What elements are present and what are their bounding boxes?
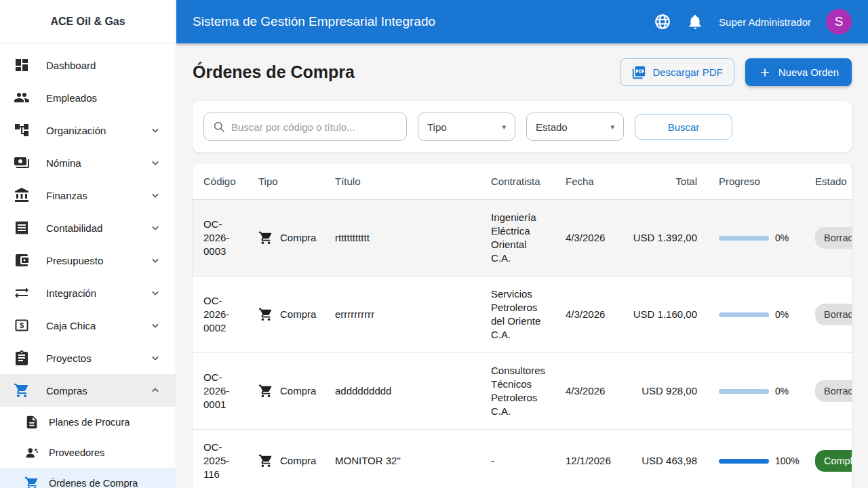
orders-table-card: Código Tipo Título Contratista Fecha Tot… <box>193 163 852 488</box>
progress-track <box>719 312 769 317</box>
clipboard-icon <box>14 350 30 366</box>
order-contractor: Consultores Técnicos Petroleros C.A. <box>480 353 555 430</box>
chevron-down-icon <box>149 253 162 267</box>
progress-track <box>719 389 769 394</box>
progress-label: 0% <box>775 231 789 245</box>
main-area: Sistema de Gestión Empresarial Integrado… <box>176 0 868 488</box>
sidebar-item-contabilidad[interactable]: Contabilidad <box>0 211 176 244</box>
page-actions: Descargar PDF Nueva Orden <box>620 58 852 86</box>
dashboard-icon <box>14 57 30 73</box>
order-code: OC-2025-116 <box>193 430 248 488</box>
col-progreso: Progreso <box>708 163 804 200</box>
page-title: Órdenes de Compra <box>193 62 355 82</box>
document-icon <box>24 415 39 430</box>
order-contractor: Servicios Petroleros del Oriente C.A. <box>480 277 555 353</box>
sidebar-item-label: Empleados <box>46 92 97 104</box>
order-title: addddddddd <box>324 353 480 430</box>
order-type: Compra <box>280 384 316 398</box>
table-row[interactable]: OC-2025-116 Compra MONITOR 32" - 12/1/20… <box>193 430 852 488</box>
order-total: USD 1.392,00 <box>617 200 708 277</box>
notifications-bell-button[interactable] <box>686 13 704 30</box>
sidebar-item-caja-chica[interactable]: $ Caja Chica <box>0 309 176 342</box>
col-fecha: Fecha <box>555 163 617 200</box>
type-select-value: Tipo <box>427 121 447 133</box>
table-header-row: Código Tipo Título Contratista Fecha Tot… <box>193 163 852 200</box>
status-select-value: Estado <box>536 121 568 133</box>
engineer-icon <box>24 445 39 460</box>
payments-icon <box>14 155 30 171</box>
brand-title: ACE Oil & Gas <box>0 0 176 43</box>
order-date: 4/3/2026 <box>555 353 617 430</box>
sidebar-item-finanzas[interactable]: Finanzas <box>0 179 176 211</box>
order-date: 12/1/2026 <box>555 430 617 488</box>
filter-bar: Tipo ▾ Estado ▾ Buscar <box>193 101 852 152</box>
order-code: OC-2026-0003 <box>193 200 248 277</box>
type-select[interactable]: Tipo ▾ <box>418 113 515 141</box>
sidebar-item-label: Nómina <box>46 157 81 169</box>
sidebar-item-dashboard[interactable]: Dashboard <box>0 49 176 81</box>
sidebar-item-label: Organización <box>46 125 106 136</box>
order-contractor: Ingeniería Eléctrica Oriental C.A. <box>480 200 555 277</box>
search-button[interactable]: Buscar <box>635 114 732 140</box>
sidebar-item-label: Contabilidad <box>46 222 102 234</box>
chevron-up-icon <box>149 384 162 397</box>
page-head: Órdenes de Compra Descargar PDF Nueva Or… <box>193 58 852 86</box>
order-title: errrrrrrrrr <box>324 277 480 353</box>
sidebar-item-label: Finanzas <box>46 190 87 201</box>
download-pdf-button[interactable]: Descargar PDF <box>620 58 734 86</box>
people-icon <box>14 89 30 106</box>
order-date: 4/3/2026 <box>555 277 617 353</box>
sidebar-item-organizacion[interactable]: Organización <box>0 114 176 146</box>
table-row[interactable]: OC-2026-0002 Compra errrrrrrrrr Servicio… <box>193 277 852 353</box>
sidebar-subitem-ordenes-de-compra[interactable]: Órdenes de Compra <box>0 468 176 488</box>
search-input[interactable] <box>231 121 398 133</box>
table-row[interactable]: OC-2026-0003 Compra rttttttttttt Ingenie… <box>193 200 852 277</box>
app-title: Sistema de Gestión Empresarial Integrado <box>193 14 435 29</box>
order-contractor: - <box>480 430 555 488</box>
sidebar-subitem-proveedores[interactable]: Proveedores <box>0 437 176 468</box>
order-type: Compra <box>280 231 316 245</box>
status-select[interactable]: Estado ▾ <box>526 113 624 141</box>
col-tipo: Tipo <box>248 163 324 200</box>
shopping-cart-icon <box>258 307 273 322</box>
progress-bar: 0% <box>719 308 793 321</box>
table-row[interactable]: OC-2026-0001 Compra addddddddd Consultor… <box>193 353 852 430</box>
progress-fill <box>719 459 769 464</box>
sidebar-subitem-planes-de-procura[interactable]: Planes de Procura <box>0 407 176 437</box>
dropdown-arrow-icon: ▾ <box>502 123 506 131</box>
page-content: Órdenes de Compra Descargar PDF Nueva Or… <box>176 43 868 488</box>
sidebar-item-nomina[interactable]: Nómina <box>0 146 176 179</box>
chevron-down-icon <box>149 123 162 137</box>
sidebar-item-proyectos[interactable]: Proyectos <box>0 342 176 374</box>
shopping-cart-icon <box>258 453 273 468</box>
new-order-button[interactable]: Nueva Orden <box>745 58 852 86</box>
language-globe-button[interactable] <box>654 13 671 30</box>
sidebar-item-presupuesto[interactable]: Presupuesto <box>0 244 176 277</box>
shopping-cart-icon <box>258 230 273 245</box>
wallet-icon <box>14 252 30 268</box>
progress-label: 0% <box>775 384 789 398</box>
order-title: MONITOR 32" <box>324 430 480 488</box>
sidebar-item-integracion[interactable]: Integración <box>0 277 176 309</box>
sidebar-item-label: Presupuesto <box>46 255 103 266</box>
col-titulo: Título <box>324 163 480 200</box>
header-actions: Super Administrador S <box>654 9 852 35</box>
user-name: Super Administrador <box>719 16 811 28</box>
org-tree-icon <box>14 122 30 138</box>
chevron-down-icon <box>149 221 162 235</box>
progress-label: 100% <box>775 454 800 468</box>
sidebar-item-compras[interactable]: Compras <box>0 374 176 407</box>
shopping-cart-icon <box>258 384 273 399</box>
avatar[interactable]: S <box>826 9 852 35</box>
progress-bar: 0% <box>719 231 793 245</box>
col-codigo: Código <box>193 163 248 200</box>
shopping-cart-icon <box>24 476 39 488</box>
order-total: USD 928,00 <box>617 353 708 430</box>
sidebar-item-empleados[interactable]: Empleados <box>0 81 176 114</box>
order-code: OC-2026-0001 <box>193 353 248 430</box>
progress-bar: 100% <box>719 454 793 468</box>
order-type: Compra <box>280 308 316 321</box>
shopping-cart-icon <box>14 382 30 399</box>
status-badge: Borrador <box>815 304 852 325</box>
order-total: USD 1.160,00 <box>617 277 708 353</box>
